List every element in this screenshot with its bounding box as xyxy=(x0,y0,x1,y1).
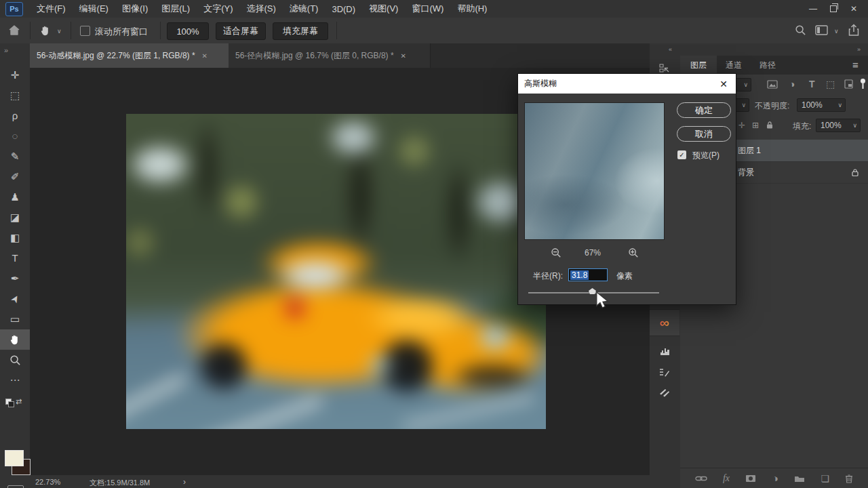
clone-stamp-tool[interactable]: ♟ xyxy=(0,187,30,207)
dialog-title: 高斯模糊 xyxy=(524,78,557,89)
blur-preview-thumbnail[interactable] xyxy=(524,102,665,240)
filter-type-layers-icon[interactable]: T xyxy=(809,79,815,89)
filter-shape-layers-icon[interactable]: ⬚ xyxy=(826,79,835,89)
home-icon[interactable] xyxy=(8,24,20,36)
move-tool[interactable]: ✛ xyxy=(0,65,30,85)
zoom-100-button[interactable]: 100% xyxy=(167,22,209,40)
document-tab-active[interactable]: 56-动感模糊.jpg @ 22.7% (图层 1, RGB/8) * ✕ xyxy=(30,43,229,68)
filter-adjustment-layers-icon[interactable]: ◑ xyxy=(789,79,795,89)
restore-button[interactable] xyxy=(823,4,844,14)
menu-layer[interactable]: 图层(L) xyxy=(155,3,197,15)
close-tab-icon[interactable]: ✕ xyxy=(401,52,406,60)
rectangular-marquee-tool[interactable]: ⬚ xyxy=(0,85,30,106)
fill-screen-button[interactable]: 填充屏幕 xyxy=(273,22,328,40)
tab-paths[interactable]: 路径 xyxy=(751,56,785,75)
document-image-blurred-car[interactable] xyxy=(126,114,546,429)
layer-name[interactable]: 背景 xyxy=(738,167,852,178)
lock-position-icon[interactable]: ✛ xyxy=(738,121,745,130)
add-layer-mask-icon[interactable] xyxy=(745,474,756,483)
photoshop-logo-icon: Ps xyxy=(5,2,23,16)
toolbar-collapse-icon[interactable]: » xyxy=(4,46,8,54)
type-icon: T xyxy=(12,248,18,268)
panel-menu-icon[interactable]: ≡ xyxy=(852,59,859,70)
menu-image[interactable]: 图像(I) xyxy=(115,3,155,15)
layer-name[interactable]: 图层 1 xyxy=(738,145,761,157)
new-group-icon[interactable] xyxy=(794,474,805,483)
zoom-in-icon[interactable] xyxy=(628,247,639,258)
search-icon[interactable] xyxy=(795,24,806,36)
cancel-button[interactable]: 取消 xyxy=(677,126,731,142)
brush-tool[interactable]: ✐ xyxy=(0,167,30,187)
workspace-switcher-icon[interactable] xyxy=(815,25,828,35)
path-selection-tool[interactable]: ➤ xyxy=(0,289,30,309)
filter-smart-objects-icon[interactable] xyxy=(844,79,853,89)
dialog-close-icon[interactable]: ✕ xyxy=(719,79,728,89)
filter-pixel-layers-icon[interactable] xyxy=(767,80,778,89)
zoom-tool[interactable] xyxy=(0,350,30,370)
chevron-down-icon[interactable]: ∨ xyxy=(57,28,62,35)
menu-file[interactable]: 文件(F) xyxy=(30,3,73,15)
scroll-all-windows-checkbox[interactable] xyxy=(80,26,90,36)
collapse-dock-icon[interactable]: » xyxy=(857,46,861,53)
delete-layer-icon[interactable] xyxy=(845,474,853,483)
document-tab-bar: 56-动感模糊.jpg @ 22.7% (图层 1, RGB/8) * ✕ 56… xyxy=(30,43,650,68)
quick-selection-icon: ◌ xyxy=(12,126,18,146)
zoom-out-icon[interactable] xyxy=(551,247,561,258)
default-swatches-icon[interactable] xyxy=(5,399,12,405)
libraries-panel-button[interactable]: ∞ xyxy=(650,309,679,336)
share-icon[interactable] xyxy=(848,24,860,37)
layer-style-icon[interactable]: fx xyxy=(723,473,730,484)
lock-all-icon[interactable] xyxy=(766,121,773,129)
type-tool[interactable]: T xyxy=(0,248,30,268)
collapse-dock-icon[interactable]: « xyxy=(669,46,672,53)
more-tools-button[interactable]: ⋯ xyxy=(0,370,30,390)
quick-selection-tool[interactable]: ◌ xyxy=(0,126,30,146)
eraser-tool[interactable]: ◪ xyxy=(0,207,30,228)
dialog-title-bar[interactable]: 高斯模糊 ✕ xyxy=(518,74,736,94)
lasso-tool[interactable]: ρ xyxy=(0,106,30,126)
menu-help[interactable]: 帮助(H) xyxy=(450,3,494,15)
fill-value-dropdown[interactable]: 100% ∨ xyxy=(816,119,861,132)
ok-button[interactable]: 确定 xyxy=(677,102,731,118)
minimize-button[interactable]: — xyxy=(803,4,823,14)
status-expand-icon[interactable]: › xyxy=(183,477,186,487)
brushes-panel-button[interactable] xyxy=(650,382,679,403)
radius-input[interactable]: 31.8 xyxy=(568,268,608,281)
gradient-tool[interactable]: ◧ xyxy=(0,228,30,248)
path-selection-icon: ➤ xyxy=(4,290,26,308)
filter-toggle-pin-icon[interactable] xyxy=(860,78,866,89)
menu-edit[interactable]: 编辑(E) xyxy=(73,3,115,15)
hand-tool[interactable] xyxy=(0,329,30,350)
foreground-color-swatch[interactable] xyxy=(5,450,24,466)
hand-tool-icon[interactable] xyxy=(39,24,52,37)
new-adjustment-layer-icon[interactable]: ◑ xyxy=(772,472,778,484)
preview-checkbox[interactable]: ✓ xyxy=(677,150,686,159)
menu-select[interactable]: 选择(S) xyxy=(239,3,282,15)
lock-artboard-icon[interactable]: ⊞ xyxy=(752,121,759,130)
swap-swatches-icon[interactable]: ⇄ xyxy=(16,397,22,406)
menu-view[interactable]: 视图(V) xyxy=(362,3,405,15)
close-tab-icon[interactable]: ✕ xyxy=(202,52,208,60)
histogram-icon xyxy=(660,346,670,356)
menu-filter[interactable]: 滤镜(T) xyxy=(283,3,326,15)
rectangle-tool[interactable]: ▭ xyxy=(0,309,30,329)
link-layers-icon[interactable] xyxy=(695,475,707,482)
zoom-level[interactable]: 22.73% xyxy=(35,478,60,486)
brush-settings-panel-button[interactable] xyxy=(650,362,679,382)
opacity-value-dropdown[interactable]: 100% ∨ xyxy=(797,98,846,112)
chevron-down-icon[interactable]: ∨ xyxy=(834,28,839,35)
histogram-panel-button[interactable] xyxy=(650,340,679,362)
close-button[interactable]: ✕ xyxy=(844,4,864,14)
menu-3d[interactable]: 3D(D) xyxy=(325,4,362,14)
eyedropper-tool[interactable]: ✎ xyxy=(0,146,30,167)
tab-channels[interactable]: 通道 xyxy=(717,56,751,75)
menu-type[interactable]: 文字(Y) xyxy=(197,3,239,15)
new-layer-icon[interactable]: ❏ xyxy=(821,473,829,484)
pen-tool[interactable]: ✒ xyxy=(0,268,30,289)
quick-mask-mode-button[interactable] xyxy=(7,485,24,488)
document-tab-inactive[interactable]: 56-径向模糊.jpg @ 16.7% (图层 0, RGB/8) * ✕ xyxy=(229,43,431,68)
menu-window[interactable]: 窗口(W) xyxy=(405,3,450,15)
tab-layers[interactable]: 图层 xyxy=(680,56,717,75)
tools-panel: » ✛ ⬚ ρ ◌ ✎ ✐ ♟ ◪ ◧ T ✒ ➤ ▭ ⋯ ⇄ xyxy=(0,43,31,488)
fit-screen-button[interactable]: 适合屏幕 xyxy=(216,22,266,40)
